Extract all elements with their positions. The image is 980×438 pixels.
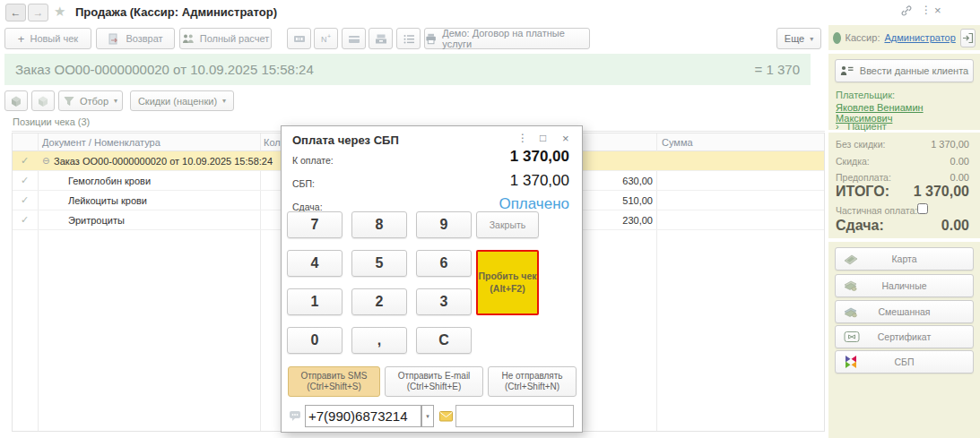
phone-input[interactable] <box>305 405 421 427</box>
cash-drawer-button[interactable] <box>369 28 393 49</box>
pay-certificate-button[interactable]: Сертификат <box>835 325 974 348</box>
new-number-button[interactable]: N+ <box>314 28 338 49</box>
check-icon: ✓ <box>21 214 29 226</box>
chevron-down-icon: ▾ <box>426 413 429 420</box>
person-details-icon <box>840 65 854 76</box>
key-1[interactable]: 1 <box>287 288 343 315</box>
demo-print-button[interactable]: Демо: Договор на платные услуги <box>424 28 590 49</box>
cube-icon <box>10 95 22 107</box>
list-button[interactable] <box>396 28 421 49</box>
send-sms-button[interactable]: Отправить SMS (Ctrl+Shift+S) <box>288 366 380 397</box>
key-comma[interactable]: , <box>351 327 407 354</box>
back-arrow-icon: ← <box>11 6 22 19</box>
row-price: 630,00 <box>577 176 653 186</box>
dialog-maximize-icon[interactable]: □ <box>540 132 546 144</box>
enter-client-data-button[interactable]: Ввести данные клиента <box>835 59 974 82</box>
email-input[interactable] <box>455 405 574 427</box>
tab-check-positions[interactable]: Позиции чека (3) <box>13 116 90 127</box>
dialog-kebab-icon[interactable]: ⋮ <box>517 132 528 144</box>
more-button[interactable]: Еще ▾ <box>776 28 821 49</box>
window-close-icon[interactable]: × <box>934 4 941 17</box>
window-kebab-icon[interactable]: ⋮ <box>921 4 932 16</box>
change-label: Сдача: <box>836 218 884 234</box>
pay-sbp-button[interactable]: СБП <box>835 350 974 374</box>
no-discount-label: Без скидки: <box>836 139 885 150</box>
dialog-close-button[interactable]: Закрыть <box>476 211 539 238</box>
total-value: 1 370,00 <box>914 184 969 200</box>
dialog-title: Оплата через СБП <box>292 133 399 147</box>
svg-text:N: N <box>321 35 327 44</box>
order-total: = 1 370 <box>755 62 800 77</box>
certificate-icon <box>844 330 860 344</box>
scanner-button[interactable] <box>287 28 311 49</box>
check-icon: ✓ <box>21 155 29 167</box>
page-title: Продажа (Кассир: Администратор) <box>75 5 277 19</box>
back-button[interactable]: ← <box>5 4 26 21</box>
logout-button[interactable] <box>960 29 976 47</box>
card-payment-icon <box>844 252 858 266</box>
pay-mixed-button[interactable]: Смешанная <box>835 300 974 323</box>
key-9[interactable]: 9 <box>416 211 472 238</box>
key-3[interactable]: 3 <box>416 288 472 315</box>
favorite-star-icon[interactable]: ★ <box>54 4 65 20</box>
check-icon: ✓ <box>21 175 29 186</box>
discount-label: Скидка: <box>836 156 870 167</box>
chevron-down-icon: ▾ <box>810 35 813 43</box>
column-header-sum[interactable]: Сумма <box>662 137 693 148</box>
cashier-panel: Кассир: Администратор <box>828 25 980 50</box>
sbp-logo-icon <box>844 355 858 369</box>
key-8[interactable]: 8 <box>351 211 407 238</box>
key-5[interactable]: 5 <box>351 250 407 277</box>
plus-icon: + <box>18 32 25 46</box>
pay-cash-button[interactable]: Наличные <box>835 274 974 297</box>
cashier-label: Кассир: <box>846 32 880 43</box>
mixed-payment-icon <box>844 305 858 319</box>
group-collapse-button[interactable] <box>4 90 28 111</box>
key-7[interactable]: 7 <box>287 211 343 238</box>
check-icon: ✓ <box>21 194 29 206</box>
key-4[interactable]: 4 <box>287 250 343 277</box>
key-clear[interactable]: C <box>416 327 472 354</box>
cube-outline-icon <box>37 95 49 107</box>
prepay-value: 0.00 <box>950 172 969 183</box>
prepay-label: Предоплата: <box>836 172 891 183</box>
column-header-document[interactable]: Документ / Номенклатура <box>42 137 160 148</box>
cash-icon <box>844 279 858 293</box>
chevron-down-icon: ▾ <box>114 97 117 105</box>
change-value: 0.00 <box>941 218 969 234</box>
discounts-button[interactable]: Скидки (наценки) ▾ <box>130 90 234 111</box>
card-terminal-button[interactable] <box>342 28 366 49</box>
patient-expander[interactable]: › Пациент <box>836 117 887 133</box>
number-plus-icon: N+ <box>320 33 333 45</box>
return-icon <box>108 33 120 45</box>
partial-payment-label: Частичная оплата: <box>836 205 917 216</box>
phone-dropdown-button[interactable]: ▾ <box>421 405 434 427</box>
link-icon[interactable] <box>900 4 913 17</box>
group-expand-button[interactable] <box>31 90 55 111</box>
collapse-icon[interactable]: ⊖ <box>42 156 49 166</box>
cashier-name-link[interactable]: Администратор <box>884 32 955 43</box>
key-2[interactable]: 2 <box>351 288 407 315</box>
key-0[interactable]: 0 <box>287 327 343 354</box>
pay-amount-label: К оплате: <box>292 155 334 166</box>
total-label: ИТОГО: <box>836 184 889 200</box>
discount-value: 0.00 <box>950 156 969 167</box>
filter-button[interactable]: Отбор ▾ <box>58 90 123 111</box>
send-email-button[interactable]: Отправить E-mail (Ctrl+Shift+E) <box>385 366 483 397</box>
envelope-icon <box>439 411 453 422</box>
dialog-close-icon[interactable]: × <box>562 132 569 145</box>
key-6[interactable]: 6 <box>416 250 472 277</box>
partial-payment-checkbox[interactable] <box>917 203 928 214</box>
banknote-scanner-icon <box>293 33 306 45</box>
new-check-button[interactable]: + Новый чек <box>4 28 91 49</box>
no-send-button[interactable]: Не отправлять (Ctrl+Shift+N) <box>488 366 577 397</box>
forward-button[interactable]: → <box>28 4 48 21</box>
sbp-payment-dialog: Оплата через СБП ⋮ □ × К оплате: 1 370,0… <box>281 125 583 433</box>
order-header-bar: Заказ ОО00-0000000020 от 10.09.2025 15:5… <box>4 54 811 85</box>
full-payment-button[interactable]: Полный расчет <box>179 28 272 49</box>
funnel-icon <box>64 96 74 107</box>
pay-card-button[interactable]: Карта <box>835 247 974 271</box>
chevron-down-icon: ▾ <box>222 97 226 105</box>
return-button[interactable]: Возврат <box>96 28 175 49</box>
submit-check-button[interactable]: Пробить чек (Alt+F2) <box>476 250 539 315</box>
